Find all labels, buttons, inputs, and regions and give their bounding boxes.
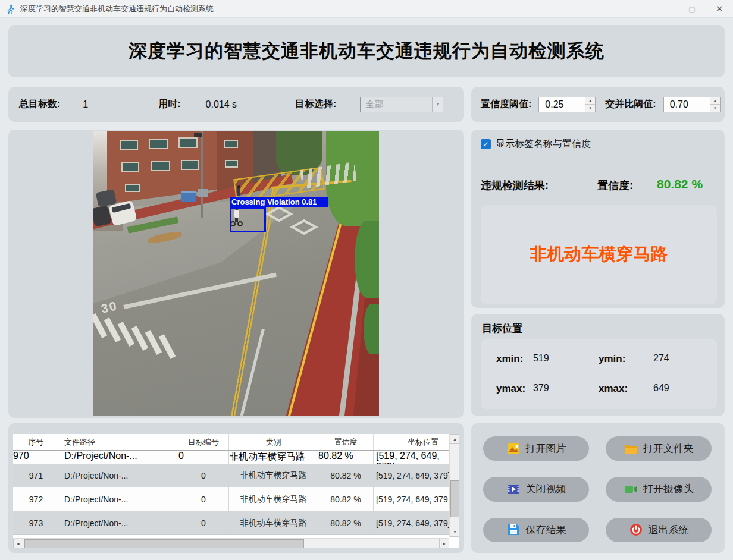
horizontal-scrollbar[interactable]: ◄ ►	[13, 538, 449, 548]
confidence-threshold-spinbox[interactable]: 0.25 ▲ ▼	[538, 97, 596, 112]
table-row[interactable]: 970 D:/Project/Non-... 0 非机动车横穿马路 80.82 …	[13, 451, 459, 464]
scroll-right-icon[interactable]: ►	[439, 539, 449, 548]
spin-down-icon[interactable]: ▼	[710, 105, 720, 112]
cell-target-id: 0	[178, 487, 229, 511]
scene-crosswalk-stripe	[131, 326, 149, 351]
open-folder-label: 打开文件夹	[643, 442, 694, 455]
scene-trees-right-3	[364, 304, 379, 354]
open-camera-button[interactable]: 打开摄像头	[606, 477, 712, 501]
scene-crosswalk-stripe	[145, 330, 162, 355]
col-header-filepath: 文件路径	[59, 434, 178, 450]
xmin-label: xmin:	[481, 353, 533, 365]
cell-filepath: D:/Project/Non-...	[59, 451, 178, 464]
scene-crosswalk-stripe	[118, 322, 135, 347]
image-icon	[506, 442, 521, 456]
cell-class: 非机动车横穿马路	[229, 451, 318, 464]
violation-result-label: 违规检测结果:	[481, 178, 549, 193]
detection-label: Crossing Violation 0.81	[230, 197, 328, 207]
col-header-confidence: 置信度	[318, 434, 374, 450]
target-position-box: xmin: 519 ymin: 274 ymax: 379 xmax: 649	[481, 339, 717, 409]
iou-threshold-value: 0.70	[664, 97, 710, 112]
speed-limit-marking: 30	[100, 298, 119, 316]
cell-confidence: 80.82 %	[318, 487, 374, 511]
cell-index: 970	[13, 451, 59, 464]
cell-coords: [519, 274, 649, 379]	[374, 464, 449, 487]
minimize-button[interactable]: —	[651, 0, 678, 18]
confidence-threshold-label: 置信度阈值:	[481, 98, 531, 111]
window-title: 深度学习的智慧交通非机动车交通违规行为自动检测系统	[20, 4, 214, 14]
scene-diamond-marking	[290, 219, 318, 235]
table-row[interactable]: 973 D:/Project/Non-... 0 非机动车横穿马路 80.82 …	[13, 511, 449, 535]
cell-index: 972	[13, 487, 59, 511]
cell-filepath: D:/Project/Non-...	[59, 464, 178, 487]
total-targets-label: 总目标数:	[19, 98, 60, 111]
cell-coords: [519, 274, 649, 379]	[374, 487, 449, 511]
cell-index: 971	[13, 464, 59, 487]
close-video-button[interactable]: 关闭视频	[483, 477, 589, 501]
ymin-value: 274	[653, 353, 707, 365]
open-image-button[interactable]: 打开图片	[483, 436, 589, 461]
scroll-down-icon[interactable]: ▼	[450, 527, 459, 537]
cell-confidence: 80.82 %	[318, 451, 374, 464]
table-row[interactable]: 971 D:/Project/Non-... 0 非机动车横穿马路 80.82 …	[13, 464, 449, 487]
ymax-label: ymax:	[481, 383, 533, 395]
close-video-label: 关闭视频	[526, 482, 566, 496]
show-labels-checkbox[interactable]: ✓	[481, 139, 491, 149]
vertical-scrollbar-thumb[interactable]	[450, 480, 459, 517]
cell-target-id: 0	[178, 464, 229, 487]
maximize-button[interactable]: ▢	[678, 0, 706, 18]
exit-system-button[interactable]: 退出系统	[606, 518, 712, 542]
save-icon	[506, 523, 521, 537]
combo-arrow-icon[interactable]: ▼	[432, 97, 443, 112]
vertical-scrollbar[interactable]: ▲ ▼	[449, 434, 459, 537]
confidence-label: 置信度:	[597, 178, 633, 193]
spin-up-icon[interactable]: ▲	[710, 97, 720, 105]
folder-icon	[624, 442, 638, 456]
scroll-up-icon[interactable]: ▲	[450, 434, 459, 444]
header-panel: 深度学习的智慧交通非机动车交通违规行为自动检测系统	[8, 25, 725, 77]
elapsed-time-value: 0.014 s	[206, 99, 237, 110]
cell-target-id: 0	[178, 511, 229, 534]
ymax-value: 379	[533, 383, 599, 395]
scene-blue-bin	[181, 191, 196, 202]
scene-trees-right-2	[355, 221, 379, 298]
cell-class: 非机动车横穿马路	[229, 464, 318, 487]
table-row[interactable]: 972 D:/Project/Non-... 0 非机动车横穿马路 80.82 …	[13, 487, 449, 511]
col-header-index: 序号	[13, 434, 59, 450]
cell-confidence: 80.82 %	[318, 511, 374, 534]
open-folder-button[interactable]: 打开文件夹	[606, 436, 712, 461]
save-result-button[interactable]: 保存结果	[483, 518, 589, 542]
scroll-left-icon[interactable]: ◄	[13, 539, 23, 548]
show-labels-checkbox-label[interactable]: 显示标签名称与置信度	[496, 138, 591, 150]
cell-index: 973	[13, 511, 59, 534]
cell-confidence: 80.82 %	[318, 464, 374, 487]
scene-crosswalk-stripe	[104, 317, 121, 342]
result-panel: ✓ 显示标签名称与置信度 违规检测结果: 置信度: 80.82 % 非机动车横穿…	[471, 130, 725, 308]
cell-target-id: 0	[178, 451, 229, 464]
target-select-dropdown[interactable]: 全部 ▼	[360, 97, 443, 112]
iou-threshold-spinbox[interactable]: 0.70 ▲ ▼	[663, 97, 721, 112]
image-display-panel: 30 Crossing Violation 0.81	[8, 130, 464, 418]
spin-up-icon[interactable]: ▲	[585, 97, 595, 105]
xmax-label: xmax:	[599, 383, 653, 395]
close-button[interactable]: ✕	[706, 0, 733, 18]
iou-threshold-label: 交并比阈值:	[605, 98, 656, 111]
col-header-class: 类别	[229, 434, 318, 450]
open-image-label: 打开图片	[526, 442, 566, 455]
violation-result-box: 非机动车横穿马路	[481, 205, 717, 304]
elapsed-time-label: 用时:	[158, 98, 180, 111]
detection-bounding-box	[230, 207, 266, 232]
target-position-panel: 目标位置 xmin: 519 ymin: 274 ymax: 379 xmax:…	[471, 314, 725, 416]
confidence-value: 80.82 %	[657, 177, 703, 191]
spin-down-icon[interactable]: ▼	[585, 105, 595, 112]
xmin-value: 519	[533, 353, 599, 365]
save-result-label: 保存结果	[526, 523, 566, 537]
stats-toolbar: 总目标数: 1 用时: 0.014 s 目标选择: 全部 ▼	[8, 87, 464, 122]
confidence-threshold-value: 0.25	[539, 97, 585, 112]
scene-pedestrian	[237, 188, 240, 196]
horizontal-scrollbar-thumb[interactable]	[24, 539, 304, 548]
target-select-value: 全部	[361, 99, 432, 110]
xmax-value: 649	[653, 383, 707, 395]
ymin-label: ymin:	[599, 353, 653, 365]
exit-system-label: 退出系统	[649, 523, 689, 537]
